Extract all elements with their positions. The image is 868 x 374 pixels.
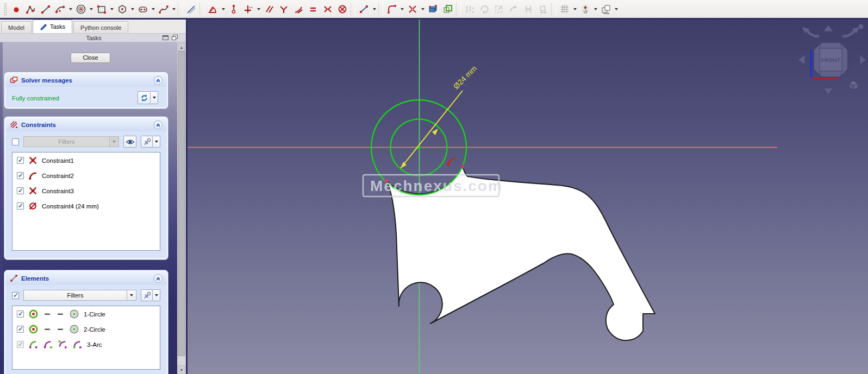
- create-bspline-dropdown-icon[interactable]: [171, 2, 177, 17]
- constraint1-checkbox[interactable]: [17, 157, 24, 164]
- refresh-solver-button[interactable]: [138, 91, 151, 104]
- constraints-box: Constraints Filters: [4, 117, 168, 259]
- constraints-filter-label: Filters: [24, 138, 109, 145]
- create-line-icon[interactable]: [38, 2, 53, 17]
- create-polygon-dropdown-icon[interactable]: [129, 2, 135, 17]
- dash-icon: [56, 309, 65, 319]
- constraint-row[interactable]: Constraint3: [13, 183, 160, 198]
- constraints-icon: [10, 121, 18, 129]
- toggle-driving-constraint-icon[interactable]: [357, 2, 371, 17]
- constrain-perpendicular-icon[interactable]: [276, 2, 291, 17]
- element2-checkbox[interactable]: [17, 326, 24, 333]
- collapse-elements-icon[interactable]: [154, 274, 163, 283]
- create-bspline-icon[interactable]: [156, 2, 171, 17]
- constrain-dimension-icon[interactable]: [205, 2, 220, 17]
- constrain-tangent-icon[interactable]: [291, 2, 305, 17]
- elements-settings-dropdown[interactable]: [153, 289, 160, 301]
- element-row[interactable]: 2-Circle: [13, 321, 160, 337]
- constraints-filter-checkbox[interactable]: [12, 138, 19, 145]
- collapse-constraints-icon[interactable]: [154, 121, 163, 129]
- tab-tasks[interactable]: Tasks: [33, 20, 72, 33]
- trim-edge-icon[interactable]: [405, 2, 420, 17]
- constraints-filter-combo[interactable]: Filters: [23, 136, 119, 147]
- scroll-down-icon[interactable]: ▼: [178, 365, 185, 373]
- trim-edge-dropdown-icon[interactable]: [420, 2, 426, 17]
- create-slot-dropdown-icon[interactable]: [150, 2, 156, 17]
- float-panel-icon[interactable]: [163, 35, 168, 42]
- constraints-settings-dropdown[interactable]: [153, 136, 160, 148]
- constraints-header[interactable]: Constraints: [5, 118, 167, 131]
- toggle-grid-icon[interactable]: [557, 2, 572, 17]
- rendering-order-dropdown-icon[interactable]: [613, 2, 619, 17]
- show-hide-constraints-button[interactable]: [123, 136, 136, 148]
- create-rectangle-icon[interactable]: [94, 2, 109, 17]
- collapse-solver-icon[interactable]: [154, 76, 163, 85]
- elements-settings-button[interactable]: [141, 289, 153, 301]
- refresh-dropdown[interactable]: [151, 91, 158, 104]
- tangent-point-right[interactable]: [461, 165, 465, 169]
- constrain-horizontal-vertical-icon[interactable]: [241, 2, 255, 17]
- constraint-row[interactable]: Constraint2: [13, 168, 160, 183]
- create-slot-icon[interactable]: [135, 2, 150, 17]
- constrain-dimension-dropdown-icon[interactable]: [220, 2, 226, 17]
- create-rectangle-dropdown-icon[interactable]: [109, 2, 115, 17]
- toggle-driving-constraint-dropdown-icon[interactable]: [371, 2, 377, 17]
- element-row[interactable]: 3-Arc: [13, 337, 160, 352]
- constrain-equal-icon[interactable]: [305, 2, 320, 17]
- carbon-copy-icon[interactable]: [440, 2, 455, 17]
- element1-checkbox[interactable]: [17, 310, 24, 318]
- tab-model[interactable]: Model: [1, 21, 32, 33]
- symmetry-tool-icon: [535, 2, 550, 17]
- pencil-icon: [40, 23, 47, 30]
- close-button[interactable]: Close: [71, 53, 110, 63]
- circle-internal-icon: [69, 324, 79, 334]
- toggle-snap-icon[interactable]: [578, 2, 592, 17]
- create-fillet-dropdown-icon[interactable]: [399, 2, 405, 17]
- tab-python-console[interactable]: Python console: [73, 21, 128, 33]
- toggle-grid-dropdown-icon[interactable]: [572, 2, 578, 17]
- constraint4-checkbox[interactable]: [17, 202, 24, 210]
- toggle-snap-dropdown-icon[interactable]: [592, 2, 598, 17]
- constrain-symmetric-icon[interactable]: [320, 2, 335, 17]
- elements-filter-combo[interactable]: Filters: [23, 290, 136, 301]
- constraints-settings-button[interactable]: [141, 136, 153, 148]
- constraint2-checkbox[interactable]: [17, 172, 24, 179]
- elements-filter-checkbox[interactable]: [12, 292, 19, 299]
- create-arc-icon[interactable]: [53, 2, 67, 17]
- 3d-viewport[interactable]: Ø24 mm Mechnexus.com: [188, 20, 868, 374]
- solver-messages-header[interactable]: Solver messages: [5, 73, 167, 87]
- arc-variant-icon: [72, 339, 83, 350]
- constraint-row[interactable]: Constraint4 (24 mm): [13, 198, 160, 213]
- external-geometry-icon[interactable]: [426, 2, 440, 17]
- toggle-construction-icon[interactable]: [184, 2, 198, 17]
- toolbar-grip-icon[interactable]: [4, 3, 7, 16]
- tasks-panel-scrollbar[interactable]: ▲ ▼: [177, 42, 186, 374]
- rendering-order-icon[interactable]: [598, 2, 613, 17]
- constraint3-checkbox[interactable]: [17, 187, 24, 194]
- element-row[interactable]: 1-Circle: [13, 306, 160, 321]
- create-circle-icon[interactable]: [73, 2, 88, 17]
- create-circle-dropdown-icon[interactable]: [88, 2, 94, 17]
- constrain-parallel-icon[interactable]: [261, 2, 276, 17]
- create-arc-dropdown-icon[interactable]: [67, 2, 73, 17]
- constrain-horizontal-vertical-dropdown-icon[interactable]: [255, 2, 261, 17]
- constraints-title: Constraints: [21, 122, 151, 128]
- constrain-vertical-distance-icon[interactable]: [226, 2, 241, 17]
- create-point-icon[interactable]: [9, 2, 23, 17]
- element3-checkbox[interactable]: [17, 341, 24, 348]
- toolbar-separator: [178, 3, 183, 16]
- create-polygon-icon[interactable]: [115, 2, 129, 17]
- isometric-view-icon[interactable]: [849, 81, 858, 90]
- constraint-row[interactable]: Constraint1: [13, 153, 160, 168]
- toolbar-separator: [199, 3, 204, 16]
- create-polyline-icon[interactable]: [23, 2, 38, 17]
- circle-edge-icon: [28, 309, 39, 319]
- scroll-up-icon[interactable]: ▲: [178, 43, 185, 51]
- nav-dot-icon[interactable]: [859, 24, 864, 29]
- watermark: Mechnexus.com: [363, 175, 503, 196]
- elements-header[interactable]: Elements: [5, 271, 167, 285]
- undock-panel-icon[interactable]: [172, 35, 178, 42]
- create-fillet-icon[interactable]: [384, 2, 399, 17]
- constrain-block-icon[interactable]: [335, 2, 349, 17]
- scrollbar-thumb[interactable]: [178, 51, 185, 356]
